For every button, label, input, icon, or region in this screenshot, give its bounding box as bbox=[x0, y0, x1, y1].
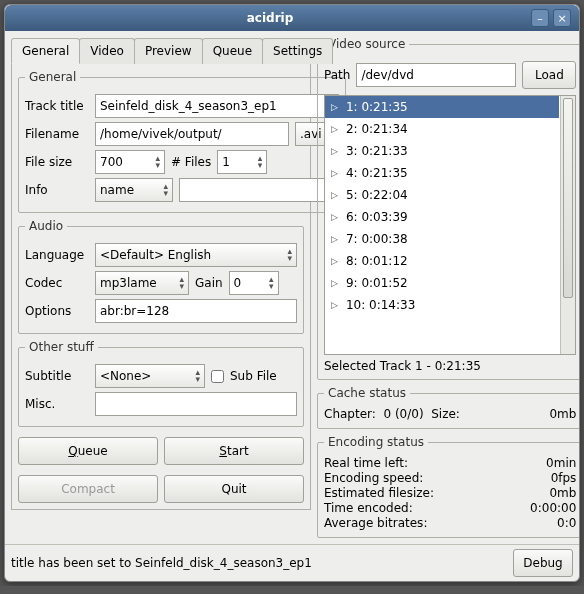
track-title-label: Track title bbox=[25, 99, 89, 113]
misc-label: Misc. bbox=[25, 397, 89, 411]
cache-status-group: Cache status Chapter: 0 (0/0) Size: 0mb bbox=[317, 386, 580, 429]
track-item[interactable]: ▷3: 0:21:33 bbox=[325, 140, 559, 162]
subfile-label: Sub File bbox=[230, 369, 277, 383]
quit-button[interactable]: Quit bbox=[164, 475, 304, 503]
numfiles-label: # Files bbox=[171, 155, 211, 169]
tab-settings[interactable]: Settings bbox=[262, 38, 333, 64]
start-button[interactable]: Start bbox=[164, 437, 304, 465]
status-text: title has been set to Seinfeld_disk_4_se… bbox=[11, 556, 513, 570]
path-input[interactable] bbox=[356, 63, 516, 87]
cache-legend: Cache status bbox=[324, 386, 410, 400]
cache-size-value: 0mb bbox=[549, 407, 576, 421]
track-item[interactable]: ▷10: 0:14:33 bbox=[325, 294, 559, 316]
encoding-status-group: Encoding status Real time left:0min Enco… bbox=[317, 435, 580, 538]
language-label: Language bbox=[25, 248, 89, 262]
load-button[interactable]: Load bbox=[522, 61, 576, 89]
subtitle-combo[interactable]: <None>▴▾ bbox=[95, 364, 205, 388]
tab-queue[interactable]: Queue bbox=[202, 38, 263, 64]
language-combo[interactable]: <Default> English▴▾ bbox=[95, 243, 297, 267]
triangle-icon: ▷ bbox=[331, 300, 338, 310]
audio-legend: Audio bbox=[25, 219, 67, 233]
queue-button[interactable]: Queue bbox=[18, 437, 158, 465]
triangle-icon: ▷ bbox=[331, 168, 338, 178]
window-title: acidrip bbox=[13, 11, 527, 25]
subtitle-label: Subtitle bbox=[25, 369, 89, 383]
general-legend: General bbox=[25, 70, 80, 84]
triangle-icon: ▷ bbox=[331, 278, 338, 288]
tab-general[interactable]: General bbox=[11, 38, 80, 64]
chevron-updown-icon: ▴▾ bbox=[287, 248, 292, 262]
track-list[interactable]: ▷1: 0:21:35▷2: 0:21:34▷3: 0:21:33▷4: 0:2… bbox=[324, 95, 576, 355]
track-title-input[interactable] bbox=[95, 94, 339, 118]
app-window: acidrip – × General Video Preview Queue … bbox=[4, 4, 580, 582]
gain-spinner[interactable]: ▴▾ bbox=[229, 271, 279, 295]
general-group: General Track title Filename .avi▴▾ File… bbox=[18, 70, 346, 213]
chevron-updown-icon: ▴▾ bbox=[179, 276, 184, 290]
options-input[interactable] bbox=[95, 299, 297, 323]
selected-track-label: Selected Track 1 - 0:21:35 bbox=[324, 359, 576, 373]
codec-label: Codec bbox=[25, 276, 89, 290]
debug-button[interactable]: Debug bbox=[513, 549, 573, 577]
filename-input[interactable] bbox=[95, 122, 289, 146]
track-item[interactable]: ▷8: 0:01:12 bbox=[325, 250, 559, 272]
close-button[interactable]: × bbox=[553, 9, 571, 27]
other-legend: Other stuff bbox=[25, 340, 98, 354]
info-combo[interactable]: name▴▾ bbox=[95, 178, 173, 202]
triangle-icon: ▷ bbox=[331, 256, 338, 266]
other-group: Other stuff Subtitle <None>▴▾ Sub File M… bbox=[18, 340, 304, 427]
compact-button[interactable]: Compact bbox=[18, 475, 158, 503]
track-item[interactable]: ▷6: 0:03:39 bbox=[325, 206, 559, 228]
numfiles-spinner[interactable]: ▴▾ bbox=[217, 150, 267, 174]
tab-preview[interactable]: Preview bbox=[134, 38, 203, 64]
tab-bar: General Video Preview Queue Settings bbox=[11, 37, 311, 63]
track-item[interactable]: ▷1: 0:21:35 bbox=[325, 96, 559, 118]
video-source-legend: Video source bbox=[324, 37, 409, 51]
scroll-thumb[interactable] bbox=[563, 98, 573, 298]
misc-input[interactable] bbox=[95, 392, 297, 416]
info-input[interactable] bbox=[179, 178, 339, 202]
minimize-button[interactable]: – bbox=[531, 9, 549, 27]
scrollbar[interactable] bbox=[560, 96, 575, 354]
subfile-checkbox[interactable] bbox=[211, 370, 224, 383]
triangle-icon: ▷ bbox=[331, 234, 338, 244]
track-item[interactable]: ▷2: 0:21:34 bbox=[325, 118, 559, 140]
gain-label: Gain bbox=[195, 276, 223, 290]
titlebar: acidrip – × bbox=[5, 5, 579, 31]
path-label: Path bbox=[324, 68, 350, 82]
filesize-spinner[interactable]: ▴▾ bbox=[95, 150, 165, 174]
info-label: Info bbox=[25, 183, 89, 197]
track-item[interactable]: ▷5: 0:22:04 bbox=[325, 184, 559, 206]
chevron-updown-icon: ▴▾ bbox=[195, 369, 200, 383]
track-item[interactable]: ▷4: 0:21:35 bbox=[325, 162, 559, 184]
track-item[interactable]: ▷7: 0:00:38 bbox=[325, 228, 559, 250]
video-source-group: Video source Path Load ▷1: 0:21:35▷2: 0:… bbox=[317, 37, 580, 380]
filename-label: Filename bbox=[25, 127, 89, 141]
triangle-icon: ▷ bbox=[331, 102, 338, 112]
triangle-icon: ▷ bbox=[331, 212, 338, 222]
track-item[interactable]: ▷9: 0:01:52 bbox=[325, 272, 559, 294]
filesize-label: File size bbox=[25, 155, 89, 169]
triangle-icon: ▷ bbox=[331, 146, 338, 156]
chevron-updown-icon: ▴▾ bbox=[163, 183, 168, 197]
options-label: Options bbox=[25, 304, 89, 318]
tab-video[interactable]: Video bbox=[79, 38, 135, 64]
encoding-legend: Encoding status bbox=[324, 435, 428, 449]
audio-group: Audio Language <Default> English▴▾ Codec… bbox=[18, 219, 304, 334]
triangle-icon: ▷ bbox=[331, 124, 338, 134]
codec-combo[interactable]: mp3lame▴▾ bbox=[95, 271, 189, 295]
triangle-icon: ▷ bbox=[331, 190, 338, 200]
status-bar: title has been set to Seinfeld_disk_4_se… bbox=[5, 544, 579, 581]
